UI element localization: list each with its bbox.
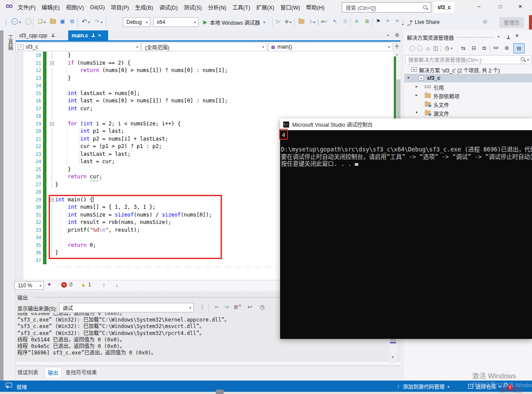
tab-main-c[interactable]: main.c✕ [68, 30, 108, 40]
code-line-17[interactable]: 17 int cur; [16, 105, 393, 113]
pending-changes-caret[interactable]: ▾ [451, 46, 453, 50]
code-line-11[interactable]: 11 if (numsSize == 2) { [16, 59, 393, 67]
tab-find-symbol-results[interactable]: 查找符号结果 [66, 368, 97, 376]
toolbar-overflow[interactable]: ⋮▾ [402, 19, 405, 26]
editor-options-gear-icon[interactable]: ⚙ [395, 32, 400, 38]
output-source-dropdown[interactable]: 调试▾ [59, 303, 194, 312]
pending-changes-icon[interactable]: ◷ [443, 44, 451, 52]
bookmark-prev-icon[interactable]: ⚑ [384, 17, 392, 25]
find-in-files-icon[interactable] [297, 17, 305, 25]
menu-13[interactable]: 帮助(H) [303, 0, 327, 14]
menu-2[interactable]: 编辑(E) [39, 0, 63, 14]
menu-12[interactable]: 窗口(W) [278, 0, 303, 14]
maximize-button[interactable]: □ [497, 0, 503, 13]
tree-item-2[interactable]: ▾+sf3_c [404, 74, 532, 82]
explorer-search-input[interactable]: 搜索解决方案资源管理器(Ctrl+;) ▾ [405, 55, 531, 64]
start-without-debug-icon[interactable]: ▷ [274, 17, 282, 25]
redo-caret[interactable]: ▾ [101, 20, 102, 24]
tree-item-4[interactable]: ▸外部依赖项 [404, 91, 532, 100]
fold-toggle-icon[interactable] [50, 61, 54, 65]
outdent-output-icon[interactable]: ⇤ [215, 304, 219, 310]
explorer-menu-caret[interactable]: ▾ [498, 35, 499, 39]
scroll-up-icon[interactable]: ▲ [393, 53, 400, 56]
tree-item-6[interactable]: ▾源文件 [404, 108, 532, 117]
platform-dropdown[interactable]: x64▾ [153, 17, 198, 27]
search-input[interactable]: 搜索 (Ctrl+Q) [342, 2, 431, 13]
menu-10[interactable]: 工具(T) [229, 0, 253, 14]
properties-icon[interactable]: ⚙ [503, 44, 511, 52]
undo-icon[interactable]: ↶ [80, 17, 88, 25]
code-line-13[interactable]: 13 } [16, 75, 393, 82]
collapse-all-icon[interactable]: ⊟ [470, 44, 478, 52]
accessibility-icon[interactable]: ✦ [47, 281, 52, 288]
code-line-10[interactable]: 10 } [16, 52, 393, 59]
jump-to-icon[interactable]: ↧ [200, 304, 205, 310]
menu-6[interactable]: 生成(B) [132, 0, 156, 14]
project-dropdown[interactable]: + sf3_c▾ [16, 43, 141, 51]
explorer-home-icon[interactable]: ⌂ [424, 44, 432, 52]
solution-home-caret[interactable]: ▾ [314, 20, 315, 24]
navigate-forward-icon[interactable]: → [24, 17, 32, 25]
close-button[interactable]: ✕ [517, 0, 523, 13]
undo-caret[interactable]: ▾ [88, 20, 90, 24]
add-to-scm-button[interactable]: ↑ 添加到源代码管理 ▴ [397, 383, 449, 390]
member-dropdown[interactable]: ▩ main()▾ [268, 43, 393, 51]
console-title-bar[interactable]: C:\ Microsoft Visual Studio 调试控制台 [280, 118, 532, 130]
outdent-icon[interactable]: ≡ [353, 17, 360, 25]
search-icon[interactable] [423, 5, 428, 10]
navigate-cursor-icon[interactable]: ↖ [331, 17, 339, 25]
show-all-files-button[interactable]: ▤ [513, 43, 525, 53]
warning-count[interactable]: ▲ 1 [81, 282, 91, 288]
error-count[interactable]: ✕ 0 [61, 282, 73, 288]
menu-3[interactable]: 视图(V) [63, 0, 87, 14]
pin-icon-active[interactable] [91, 33, 95, 38]
tab-output[interactable]: 输出 [44, 367, 62, 378]
preview-icon[interactable]: ⧉ [480, 44, 488, 52]
view-code-icon[interactable]: <> [493, 46, 499, 50]
new-project-icon[interactable]: ❑ [36, 17, 44, 25]
splitter-icon[interactable]: ╪ [395, 43, 399, 49]
save-all-icon[interactable]: ⧉ [68, 17, 76, 25]
code-line-15[interactable]: 15 int lastLast = nums[0]; [16, 90, 393, 98]
explorer-pin-icon[interactable] [506, 35, 510, 40]
menu-11[interactable]: 扩展(X) [253, 0, 278, 14]
pin-icon[interactable] [51, 33, 55, 38]
code-line-14[interactable]: 14 [16, 82, 393, 90]
tab-error-list[interactable]: 错误列表 [17, 368, 38, 376]
expand-right-icon[interactable]: ▸ [416, 84, 418, 89]
navigate-back-icon[interactable]: ← [10, 17, 18, 25]
menu-7[interactable]: 调试(D) [156, 0, 181, 14]
redo-icon[interactable]: ↷ [93, 17, 101, 25]
word-wrap-icon[interactable]: ↩ [248, 304, 252, 310]
indent-icon[interactable]: ≣ [363, 17, 371, 25]
explorer-close-icon[interactable]: ✕ [515, 33, 519, 39]
clear-all-icon[interactable]: ≣✕ [234, 304, 241, 310]
tree-item-1[interactable]: ∞解决方案 'sf3_c' (2 个项目, 共 2 个) [404, 65, 532, 74]
new-project-caret[interactable]: ▾ [44, 20, 46, 24]
expand-down-icon[interactable]: ▾ [407, 76, 410, 80]
indent-output-icon[interactable]: ⇥ [224, 304, 229, 310]
tree-item-3[interactable]: ▸引用 [404, 82, 532, 91]
history-clock-icon[interactable]: ◷ [260, 304, 264, 310]
explorer-search-icon[interactable] [520, 57, 526, 62]
code-line-12[interactable]: 12 return (nums[0] > nums[1]) ? nums[0] … [16, 67, 393, 75]
console-body[interactable]: 4 D:\mysetup\gopath\src\dsy\sf3_c\x64\De… [280, 130, 532, 339]
tab-list-caret[interactable]: ▾ [387, 33, 389, 37]
prev-issue-icon[interactable]: ↑ [102, 282, 106, 288]
code-line-16[interactable]: 16 int last = (nums[0] > nums[1]) ? nums… [16, 97, 393, 105]
scroll-down-icon[interactable]: ▼ [391, 355, 394, 359]
menu-5[interactable]: 项目(P) [108, 0, 132, 14]
menu-9[interactable]: 分析(N) [205, 0, 229, 14]
toolbox-tab[interactable]: 工具箱 [7, 35, 14, 50]
menu-1[interactable]: 文件(F) [15, 0, 39, 14]
copy-icon[interactable]: ⧉ [341, 17, 349, 25]
profiler-caret[interactable]: ▾ [290, 20, 291, 24]
minimize-button[interactable]: – [476, 0, 482, 13]
tab-sf3-cpp[interactable]: sf3_cpp.cpp [16, 30, 68, 40]
explorer-back-icon[interactable]: ← [408, 44, 416, 52]
feedback-icon[interactable]: ☺ [481, 17, 489, 25]
bookmark-next-icon[interactable]: ⚑ [393, 17, 401, 25]
spell-check-icon[interactable]: ab✓ [321, 17, 328, 25]
expand-down-icon[interactable]: ▾ [416, 110, 418, 115]
navigate-back-caret[interactable]: ▾ [19, 20, 21, 24]
